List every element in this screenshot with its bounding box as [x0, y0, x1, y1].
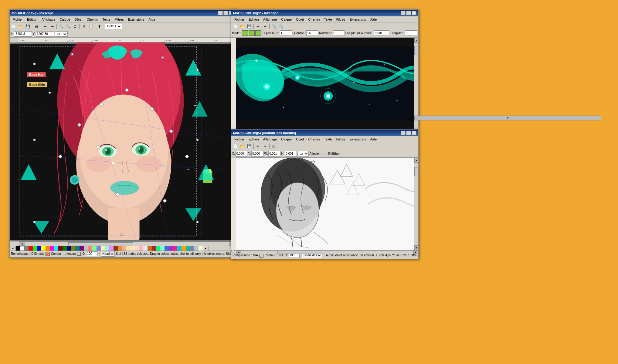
swatch-olive[interactable] [71, 246, 75, 251]
menu-aide-3[interactable]: Aide [368, 137, 379, 141]
redo-icon-3[interactable]: ↪ [262, 143, 268, 150]
mode-btn-1[interactable] [242, 30, 248, 36]
paste-icon[interactable]: 📋 [87, 23, 94, 30]
rotation-input[interactable] [333, 30, 345, 36]
epaisseur-input[interactable] [280, 30, 292, 36]
w-input-3[interactable] [268, 151, 280, 157]
swatch-silver[interactable] [84, 246, 88, 251]
swatch-light-sea-green[interactable] [186, 246, 190, 251]
minimize-btn-1[interactable]: _ [218, 11, 223, 15]
scrollbar-v-3[interactable]: ▲ ▼ [414, 158, 418, 250]
scroll-down-3[interactable]: ▼ [414, 245, 418, 250]
new-icon-3[interactable]: 📄 [232, 143, 239, 150]
swatch-light-green[interactable] [92, 246, 97, 251]
zoom-select[interactable]: Défaut 50% 100% 200% [105, 24, 122, 29]
swatch-dark-orchid[interactable] [169, 246, 173, 251]
menu-extensions-2[interactable]: Extensions [348, 17, 368, 22]
undo-icon-3[interactable]: ↩ [255, 143, 261, 150]
open-icon-2[interactable]: 📂 [239, 23, 246, 30]
maximize-btn-2[interactable]: □ [406, 11, 411, 15]
swatch-slate-gray[interactable] [190, 246, 194, 251]
save-icon[interactable]: 💾 [24, 23, 31, 30]
swatch-lavender[interactable] [143, 246, 148, 251]
swatch-tan[interactable] [122, 246, 126, 251]
layer-select-1[interactable]: Head [101, 251, 115, 257]
swatch-light-magenta[interactable] [109, 246, 114, 251]
scroll-up-2[interactable]: ▲ [414, 38, 418, 43]
menu-fichier-1[interactable]: Fichier [11, 17, 25, 22]
scroll-up-3[interactable]: ▲ [414, 158, 418, 163]
menu-chemin-2[interactable]: Chemin [306, 17, 321, 22]
scroll-thumb-v-3[interactable] [414, 167, 418, 176]
palette-scroll-right[interactable]: ► [203, 246, 209, 251]
swatch-dark-turquoise[interactable] [177, 246, 182, 251]
copy-icon[interactable]: ⎘ [80, 23, 87, 30]
swatch-dark-red[interactable] [152, 246, 156, 251]
menu-fichier-3[interactable]: Fichier [233, 137, 246, 141]
swatch-yellow[interactable] [41, 246, 46, 251]
menu-edition-1[interactable]: Édition [25, 17, 39, 22]
menu-aide-2[interactable]: Aide [368, 17, 379, 22]
scroll-thumb-v-2[interactable] [414, 46, 418, 55]
save-icon-2[interactable]: 💾 [246, 23, 253, 30]
menu-affichage-3[interactable]: Affichage [261, 137, 279, 141]
menu-texte-2[interactable]: Texte [322, 17, 334, 22]
swatch-light-cyan[interactable] [105, 246, 109, 251]
new-icon-2[interactable]: 📄 [232, 23, 239, 30]
menu-calque-2[interactable]: Calque [279, 17, 294, 22]
swatch-light-blue[interactable] [97, 246, 101, 251]
swatch-spring-green[interactable] [156, 246, 160, 251]
menu-texte-1[interactable]: Texte [100, 17, 112, 22]
menu-extensions-1[interactable]: Extensions [126, 17, 146, 22]
redo-icon-2[interactable]: ↪ [262, 23, 268, 30]
menu-texte-3[interactable]: Texte [322, 137, 334, 141]
scrollbar-horizontal-1[interactable]: ◄ ► [19, 241, 236, 246]
swatch-light-steel-blue[interactable] [194, 246, 199, 251]
swatch-chocolate[interactable] [148, 246, 152, 251]
close-btn-3[interactable]: ✕ [412, 131, 416, 135]
menu-filtres-1[interactable]: Filtres [113, 17, 126, 22]
menu-chemin-1[interactable]: Chemin [85, 17, 100, 22]
swatch-magenta[interactable] [50, 246, 54, 251]
menu-edition-3[interactable]: Édition [247, 137, 261, 141]
bold-icon[interactable]: T [96, 23, 103, 30]
swatch-orange[interactable] [46, 246, 50, 251]
palette-scroll-left[interactable]: ◄ [10, 246, 16, 251]
minimize-btn-2[interactable]: _ [401, 11, 406, 15]
save-icon-3[interactable]: 💾 [246, 143, 253, 150]
swatch-gray[interactable] [24, 246, 29, 251]
swatch-bisque[interactable] [131, 246, 135, 251]
swatch-purple[interactable] [80, 246, 84, 251]
scroll-thumb-h-3[interactable] [277, 251, 323, 254]
swatch-pink[interactable] [88, 246, 92, 251]
minimize-btn-3[interactable]: _ [401, 131, 406, 135]
print-icon[interactable]: 🖨 [33, 23, 40, 30]
opacity-input-1[interactable] [87, 251, 97, 256]
menu-objet-2[interactable]: Objet [294, 17, 306, 22]
menu-objet-1[interactable]: Objet [73, 17, 84, 22]
unit-select-3[interactable]: px [297, 151, 309, 157]
open-icon-3[interactable]: 📂 [239, 143, 246, 150]
open-icon[interactable]: 📂 [17, 23, 24, 30]
swatch-cyan[interactable] [54, 246, 58, 251]
menu-calque-1[interactable]: Calque [58, 17, 72, 22]
quantite-input[interactable] [306, 30, 318, 36]
close-btn-2[interactable]: ✕ [412, 11, 416, 15]
swatch-brown[interactable] [114, 246, 118, 251]
scroll-thumb-h-1[interactable] [68, 242, 133, 245]
maximize-btn-1[interactable]: □ [223, 11, 228, 15]
menu-edition-2[interactable]: Édition [247, 17, 261, 22]
menu-aide-1[interactable]: Aide [147, 17, 157, 22]
undo-icon-2[interactable]: ↩ [255, 23, 261, 30]
label-base-skin[interactable]: Base Skin [27, 82, 47, 87]
papiller-input[interactable] [405, 30, 417, 36]
menu-filtres-3[interactable]: Filtres [334, 137, 347, 141]
swatch-light-brown[interactable] [118, 246, 122, 251]
zoom-out-2[interactable]: 🔍 [277, 23, 284, 30]
label-base-hair[interactable]: Base Har [27, 72, 46, 77]
zoom-fit-icon[interactable]: ⊡ [72, 23, 78, 30]
longueur-input[interactable] [374, 30, 389, 36]
scroll-left-btn-1[interactable]: ◄ [19, 242, 25, 246]
scroll-down-2[interactable]: ▼ [414, 116, 601, 120]
swatch-aquamarine[interactable] [160, 246, 165, 251]
